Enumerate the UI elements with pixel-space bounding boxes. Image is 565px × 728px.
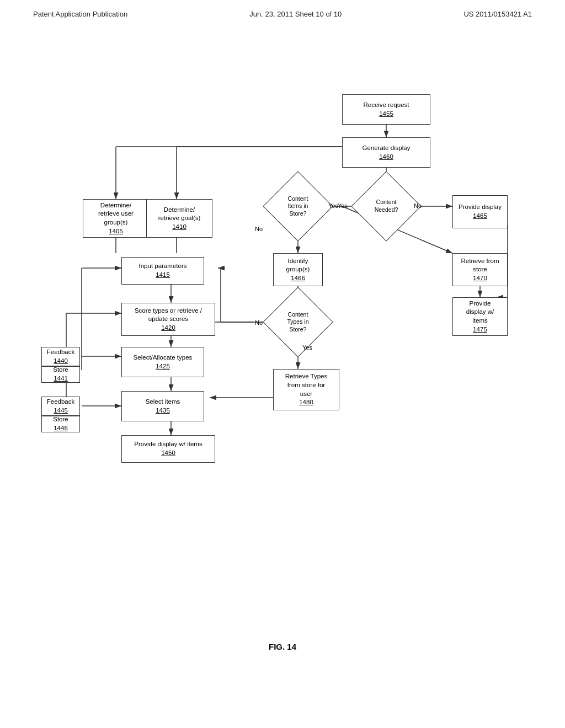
no-content-needed: No xyxy=(414,202,422,209)
yes-content-items-store: Yes xyxy=(328,202,338,209)
box-identify-groups: Identify group(s) 1466 xyxy=(273,253,323,286)
diamond-content-types-store: ContentTypes inStore? xyxy=(273,297,323,347)
no-content-types-store: No xyxy=(255,319,263,326)
box-determine-user-group: Determine/retrieve usergroup(s) 1405 xyxy=(83,199,149,238)
box-receive-request: Receive request 1455 xyxy=(342,94,430,125)
yes-content-types-store: Yes xyxy=(302,344,312,351)
box-provide-display-1475: Providedisplay w/items 1475 xyxy=(452,297,508,336)
box-store-1441: Store 1441 xyxy=(41,366,80,383)
box-provide-display-1465: Provide display 1465 xyxy=(452,195,508,228)
box-generate-display: Generate display 1460 xyxy=(342,137,430,168)
box-provide-display-1450: Provide display w/ items 1450 xyxy=(121,435,215,463)
diagram-area: Receive request 1455 Generate display 14… xyxy=(0,39,565,673)
no-content-items-store: No xyxy=(255,226,263,232)
fig-label: FIG. 14 xyxy=(0,642,565,651)
box-feedback-1440: Feedback 1440 xyxy=(41,347,80,366)
box-retrieve-types: Retrieve Typesfrom store foruser 1480 xyxy=(273,369,339,410)
content-types-store-label: ContentTypes inStore? xyxy=(287,311,308,333)
box-select-items: Select items 1435 xyxy=(121,391,204,421)
header-left: Patent Application Publication xyxy=(33,10,127,18)
header-center: Jun. 23, 2011 Sheet 10 of 10 xyxy=(249,10,342,18)
box-store-1446: Store 1446 xyxy=(41,416,80,432)
header-right: US 2011/0153421 A1 xyxy=(463,10,532,18)
diamond-content-items-store: ContentItems inStore? xyxy=(273,181,323,231)
box-determine-goals: Determine/retrieve goal(s) 1410 xyxy=(146,199,212,238)
arrows-svg xyxy=(0,39,565,673)
box-select-allocate-types: Select/Allocate types 1425 xyxy=(121,347,204,377)
yes-content-needed: Yes xyxy=(338,202,348,209)
content-needed-label: ContentNeeded? xyxy=(375,199,398,213)
diamond-content-needed: ContentNeeded? xyxy=(361,181,411,231)
box-score-types: Score types or retrieve /update scores 1… xyxy=(121,303,215,336)
box-input-parameters: Input parameters 1415 xyxy=(121,257,204,285)
page-header: Patent Application Publication Jun. 23, … xyxy=(0,0,565,23)
content-items-store-label: ContentItems inStore? xyxy=(288,195,308,217)
box-feedback-1445: Feedback 1445 xyxy=(41,397,80,416)
box-retrieve-from-store: Retrieve from store 1470 xyxy=(452,253,508,286)
